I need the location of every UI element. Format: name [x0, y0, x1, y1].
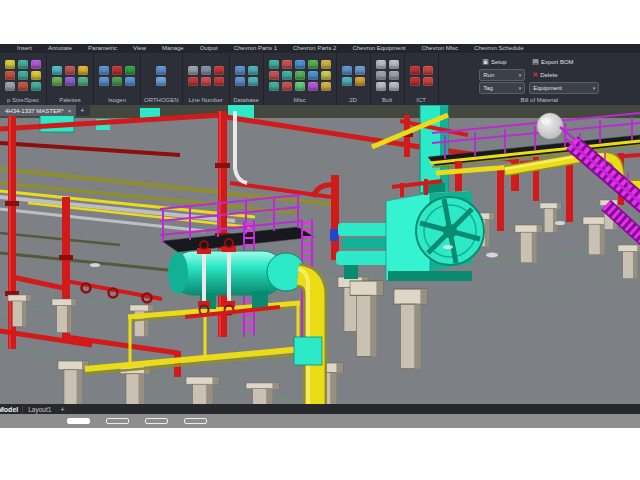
setup-button[interactable]: ▣ Setup	[479, 56, 525, 68]
tool-icon[interactable]	[423, 66, 433, 75]
drawing-viewport[interactable]	[0, 105, 640, 404]
tool-icon[interactable]	[308, 82, 318, 91]
tool-icon[interactable]	[201, 66, 211, 75]
ribbon-tab-annotate[interactable]: Annotate	[41, 44, 79, 53]
tool-icon[interactable]	[423, 77, 433, 86]
tool-icon[interactable]	[5, 60, 15, 69]
small-teal-skid[interactable]	[294, 337, 322, 365]
tool-icon[interactable]	[112, 77, 122, 86]
tool-icon[interactable]	[342, 66, 352, 75]
ribbon-tab-chevron-misc[interactable]: Chevron Misc	[414, 44, 465, 53]
tool-icon[interactable]	[31, 71, 41, 80]
bom-buttons: ▣ Setup ▤ Export BOM Run ▾ ✕ Delete	[439, 53, 640, 96]
tool-icon[interactable]	[269, 60, 279, 69]
tool-icon[interactable]	[18, 60, 28, 69]
tool-icon[interactable]	[321, 60, 331, 69]
tool-icon[interactable]	[65, 66, 75, 75]
tool-icon[interactable]	[5, 71, 15, 80]
tool-icon[interactable]	[188, 66, 198, 75]
tool-icon[interactable]	[269, 82, 279, 91]
ribbon-tab-chevron-parts-1[interactable]: Chevron Parts 1	[227, 44, 284, 53]
run-dropdown[interactable]: Run ▾	[479, 69, 525, 81]
viewport-3d-model[interactable]	[0, 105, 640, 404]
tool-icon[interactable]	[18, 82, 28, 91]
tool-icon[interactable]	[342, 77, 352, 86]
sphere-tank[interactable]	[537, 113, 563, 139]
ribbon-tab-insert[interactable]: Insert	[10, 44, 39, 53]
panel-2d: 2D	[337, 53, 371, 105]
tool-icon[interactable]	[5, 82, 15, 91]
tool-icon[interactable]	[99, 77, 109, 86]
tool-icon[interactable]	[65, 77, 75, 86]
delete-button[interactable]: ✕ Delete	[529, 69, 599, 81]
status-toggle-2[interactable]	[106, 418, 129, 424]
tool-icon[interactable]	[125, 66, 135, 75]
tool-icon[interactable]	[78, 77, 88, 86]
tool-icon[interactable]	[376, 82, 386, 91]
tool-icon[interactable]	[235, 66, 245, 75]
tool-icon[interactable]	[308, 60, 318, 69]
tool-icon[interactable]	[321, 71, 331, 80]
status-toggle-1[interactable]	[67, 418, 90, 424]
tool-icon[interactable]	[31, 82, 41, 91]
tool-icon[interactable]	[308, 71, 318, 80]
tool-icon[interactable]	[410, 66, 420, 75]
panel-icons	[337, 53, 370, 96]
ribbon-tab-parametric[interactable]: Parametric	[81, 44, 124, 53]
tool-icon[interactable]	[112, 66, 122, 75]
tool-icon[interactable]	[18, 71, 28, 80]
tool-icon[interactable]	[99, 66, 109, 75]
layout1-tab[interactable]: Layout1	[22, 406, 56, 413]
tool-icon[interactable]	[156, 77, 166, 86]
status-toggle-3[interactable]	[145, 418, 168, 424]
ribbon-tab-view[interactable]: View	[126, 44, 153, 53]
tool-icon[interactable]	[376, 71, 386, 80]
status-toggle-4[interactable]	[184, 418, 207, 424]
tool-icon[interactable]	[410, 77, 420, 86]
tool-icon[interactable]	[389, 82, 399, 91]
tool-icon[interactable]	[188, 77, 198, 86]
tag-dropdown[interactable]: Tag ▾	[479, 82, 525, 94]
panel-label: Palettes	[47, 96, 93, 105]
tool-icon[interactable]	[201, 77, 211, 86]
tool-icon[interactable]	[269, 71, 279, 80]
tool-icon[interactable]	[52, 66, 62, 75]
close-icon[interactable]: ×	[68, 108, 72, 114]
tool-icon[interactable]	[214, 77, 224, 86]
tool-icon[interactable]	[248, 66, 258, 75]
tool-icon[interactable]	[31, 60, 41, 69]
ribbon-tab-manage[interactable]: Manage	[155, 44, 191, 53]
tool-icon[interactable]	[295, 82, 305, 91]
tool-icon[interactable]	[355, 77, 365, 86]
new-file-tab-button[interactable]: +	[76, 105, 88, 116]
panel-database: Database	[230, 53, 264, 105]
panel-label: ICT	[405, 96, 438, 105]
tool-icon[interactable]	[389, 71, 399, 80]
tool-icon[interactable]	[282, 71, 292, 80]
ribbon-tab-chevron-schedule[interactable]: Chevron Schedule	[467, 44, 530, 53]
tool-icon[interactable]	[214, 66, 224, 75]
file-tab-active[interactable]: 4H34-1337 MASTER* ×	[0, 105, 76, 116]
tool-icon[interactable]	[78, 66, 88, 75]
tool-icon[interactable]	[321, 82, 331, 91]
model-tab[interactable]: Model	[0, 406, 22, 413]
new-layout-button[interactable]: +	[56, 406, 68, 413]
tool-icon[interactable]	[282, 60, 292, 69]
ribbon-tab-chevron-equipment[interactable]: Chevron Equipment	[345, 44, 412, 53]
tool-icon[interactable]	[248, 77, 258, 86]
ribbon-tab-output[interactable]: Output	[193, 44, 225, 53]
export-bom-button[interactable]: ▤ Export BOM	[529, 56, 599, 68]
tool-icon[interactable]	[295, 60, 305, 69]
equipment-dropdown[interactable]: Equipment ▾	[529, 82, 599, 94]
tool-icon[interactable]	[376, 60, 386, 69]
tool-icon[interactable]	[389, 60, 399, 69]
ribbon-tab-chevron-parts-2[interactable]: Chevron Parts 2	[286, 44, 343, 53]
tool-icon[interactable]	[52, 77, 62, 86]
tool-icon[interactable]	[282, 82, 292, 91]
tool-icon[interactable]	[235, 77, 245, 86]
panel-ict: ICT	[405, 53, 439, 105]
tool-icon[interactable]	[125, 77, 135, 86]
tool-icon[interactable]	[295, 71, 305, 80]
tool-icon[interactable]	[156, 66, 166, 75]
tool-icon[interactable]	[355, 66, 365, 75]
